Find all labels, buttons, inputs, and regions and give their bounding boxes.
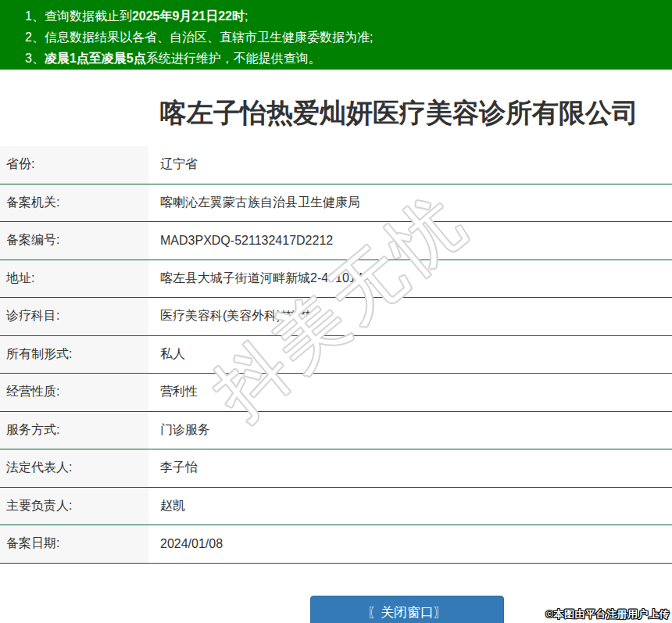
row-value: 2024/01/08: [148, 525, 672, 563]
row-label: 备案机关:: [0, 184, 148, 222]
row-value: MAD3PXDQ-521132417D2212: [148, 222, 672, 260]
row-value: 喀左县大城子街道河畔新城2-4#1014号: [148, 260, 672, 298]
row-value: 辽宁省: [148, 146, 672, 184]
row-label: 经营性质:: [0, 374, 148, 411]
table-row-record-date: 备案日期: 2024/01/08: [0, 525, 672, 564]
table-row-service-mode: 服务方式: 门诊服务: [0, 412, 672, 450]
row-label: 地址:: [0, 260, 148, 298]
table-row-departments: 诊疗科目: 医疗美容科(美容外科)******: [0, 298, 672, 336]
page-title: 喀左子怡热爱灿妍医疗美容诊所有限公司: [63, 95, 672, 130]
notice-line-1: 1、查询数据截止到2025年9月21日22时;: [25, 5, 664, 27]
row-label: 所有制形式:: [0, 336, 148, 374]
row-value: 门诊服务: [148, 412, 672, 449]
table-row-ownership: 所有制形式: 私人: [0, 336, 672, 374]
row-value: 赵凯: [148, 488, 672, 525]
notice-line-1-bold: 2025年9月21日22时: [132, 9, 245, 23]
notice-line-1-suffix: ;: [245, 9, 248, 23]
row-label: 诊疗科目:: [0, 298, 148, 335]
row-label: 备案编号:: [0, 222, 148, 260]
table-row-authority: 备案机关: 喀喇沁左翼蒙古族自治县卫生健康局: [0, 184, 672, 223]
notice-line-1-text: 1、查询数据截止到: [25, 9, 132, 23]
row-label: 省份:: [0, 146, 148, 184]
row-value: 喀喇沁左翼蒙古族自治县卫生健康局: [148, 184, 672, 222]
notice-line-3-bold: 凌晨1点至凌晨5点: [45, 52, 146, 65]
notice-banner: 1、查询数据截止到2025年9月21日22时; 2、信息数据结果以各省、自治区、…: [0, 0, 672, 70]
notice-line-2-text: 2、信息数据结果以各省、自治区、直辖市卫生健康委数据为准;: [25, 30, 373, 44]
uploader-credit-watermark: ©本图由平台注册用户上传: [545, 607, 670, 621]
table-row-legal-representative: 法定代表人: 李子怡: [0, 449, 672, 488]
table-row-business-nature: 经营性质: 营利性: [0, 374, 672, 412]
row-label: 服务方式:: [0, 412, 148, 449]
row-label: 备案日期:: [0, 525, 148, 563]
row-label: 主要负责人:: [0, 488, 148, 525]
table-row-address: 地址: 喀左县大城子街道河畔新城2-4#1014号: [0, 260, 672, 299]
notice-line-3-suffix: 系统进行维护，不能提供查询。: [146, 52, 321, 65]
notice-line-3-text: 3、: [25, 52, 45, 65]
row-value: 李子怡: [148, 449, 672, 487]
row-label: 法定代表人:: [0, 449, 148, 487]
notice-line-3: 3、凌晨1点至凌晨5点系统进行维护，不能提供查询。: [25, 48, 664, 69]
close-window-button[interactable]: 〖关闭窗口〗: [310, 596, 504, 623]
table-row-province: 省份: 辽宁省: [0, 146, 672, 184]
row-value: 医疗美容科(美容外科)******: [148, 298, 672, 335]
registration-info-table: 省份: 辽宁省 备案机关: 喀喇沁左翼蒙古族自治县卫生健康局 备案编号: MAD…: [0, 146, 672, 564]
notice-line-2: 2、信息数据结果以各省、自治区、直辖市卫生健康委数据为准;: [25, 27, 664, 48]
row-value: 私人: [148, 336, 672, 374]
table-row-record-number: 备案编号: MAD3PXDQ-521132417D2212: [0, 222, 672, 260]
row-value: 营利性: [148, 374, 672, 411]
table-row-principal: 主要负责人: 赵凯: [0, 488, 672, 526]
